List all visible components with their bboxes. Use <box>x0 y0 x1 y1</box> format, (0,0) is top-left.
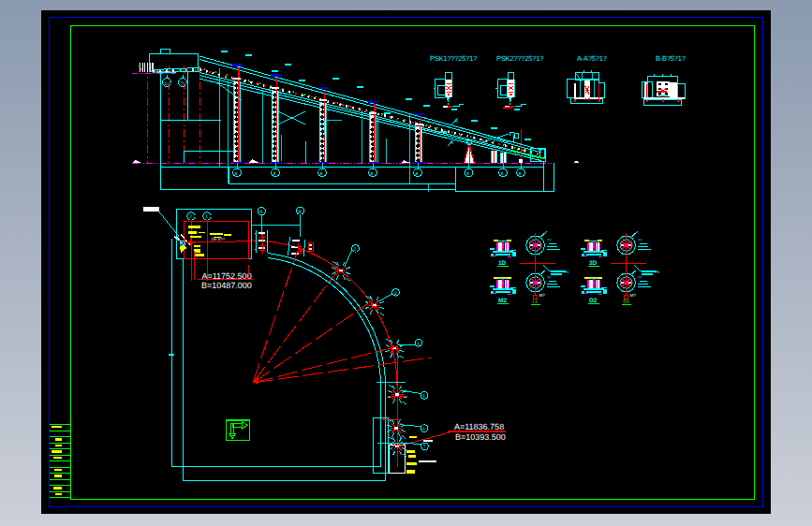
svg-text:A=11836.758: A=11836.758 <box>454 422 504 431</box>
svg-text:M2: M2 <box>498 298 507 304</box>
svg-text:PSK1???25?1?: PSK1???25?1? <box>430 54 477 63</box>
svg-text:6: 6 <box>165 81 168 87</box>
svg-text:B=10487.000: B=10487.000 <box>201 281 252 290</box>
svg-text:?%: ?% <box>564 270 569 274</box>
svg-text:D2: D2 <box>589 298 598 304</box>
svg-text:1: 1 <box>205 214 208 220</box>
svg-text:A-A?5?1?: A-A?5?1? <box>577 54 607 63</box>
svg-text:?%: ?% <box>655 270 660 274</box>
svg-text:1D: 1D <box>498 260 507 267</box>
svg-text:M?: M? <box>630 293 637 298</box>
svg-text:3: 3 <box>394 291 397 297</box>
svg-text:B=10393.500: B=10393.500 <box>455 432 506 442</box>
svg-text:4: 4 <box>417 342 420 347</box>
svg-text:2D: 2D <box>589 260 598 267</box>
svg-text:??: ?? <box>638 275 642 280</box>
svg-text:??: ?? <box>547 238 552 242</box>
svg-text:7: 7 <box>181 81 184 87</box>
svg-text:2: 2 <box>189 214 192 220</box>
svg-text:??: ?? <box>638 238 642 242</box>
svg-text:??: ?? <box>547 275 552 280</box>
svg-text:5: 5 <box>422 394 425 400</box>
svg-text:PSK2???25?1?: PSK2???25?1? <box>496 54 543 63</box>
svg-text:7: 7 <box>423 445 426 450</box>
svg-text:2: 2 <box>354 247 357 253</box>
svg-text:6: 6 <box>422 427 425 432</box>
svg-text:M?: M? <box>539 293 546 298</box>
svg-text:B-B?5?1?: B-B?5?1? <box>656 54 686 63</box>
